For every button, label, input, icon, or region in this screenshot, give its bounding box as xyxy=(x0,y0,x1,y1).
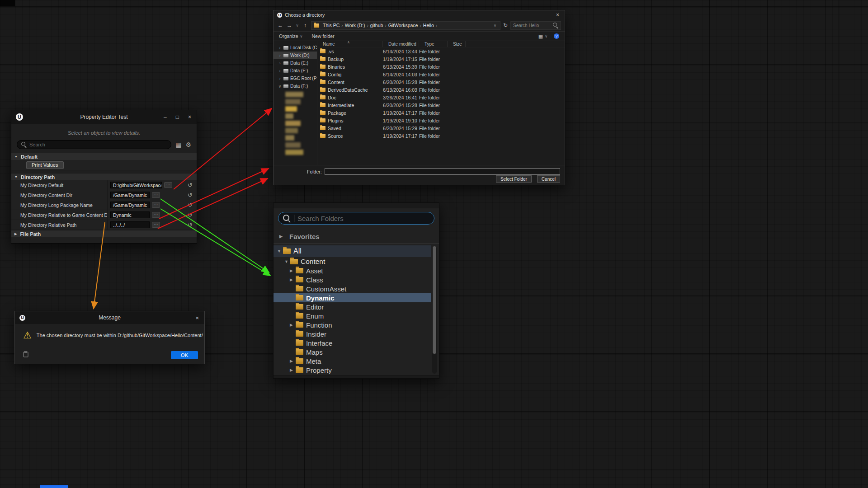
recent-locations-icon[interactable]: ∨ xyxy=(295,23,299,28)
tree-item-function[interactable]: ▶ Function xyxy=(274,320,431,329)
tree-item-maps[interactable]: Maps xyxy=(274,347,431,357)
reset-to-default-icon[interactable]: ↺ xyxy=(188,182,193,188)
collapse-arrow-icon[interactable]: ▼ xyxy=(284,259,290,264)
property-search-input[interactable] xyxy=(29,142,167,147)
breadcrumb[interactable]: This PC › Work (D:) › github › GitWorksp… xyxy=(311,21,500,30)
breadcrumb-item[interactable]: Hello xyxy=(422,23,435,28)
up-button[interactable]: ↑ xyxy=(302,22,308,28)
explorer-search-box[interactable] xyxy=(510,21,561,30)
search-bar[interactable] xyxy=(17,140,171,149)
file-row[interactable]: Source 1/19/2024 17:17 File folder xyxy=(317,132,565,140)
reset-to-default-icon[interactable]: ↺ xyxy=(188,202,193,208)
tree-item-dynamic[interactable]: Dynamic xyxy=(274,293,431,302)
help-button[interactable]: ? xyxy=(554,33,559,39)
collapse-arrow-icon[interactable]: ▼ xyxy=(277,249,283,253)
expand-arrow-icon[interactable]: ▶ xyxy=(290,368,296,372)
expand-arrow-icon[interactable]: ▶ xyxy=(290,323,296,327)
dialog-titlebar[interactable]: U Choose a directory × xyxy=(274,10,565,19)
tree-item-editor[interactable]: Editor xyxy=(274,302,431,311)
maximize-icon[interactable]: □ xyxy=(176,114,179,120)
file-row[interactable]: Binaries 6/13/2024 15:39 File folder xyxy=(317,63,565,70)
copy-message-button[interactable] xyxy=(23,351,28,359)
chevron-right-icon[interactable]: › xyxy=(278,69,282,73)
property-value-input[interactable]: D:/github/GitWorkspace xyxy=(110,182,162,188)
sidebar-item-work-d[interactable]: › Work (D:) xyxy=(274,52,317,59)
scrollbar[interactable] xyxy=(432,246,437,374)
new-folder-button[interactable]: New folder xyxy=(311,33,334,39)
breadcrumb-item[interactable]: This PC xyxy=(321,23,341,28)
redacted-folder[interactable] xyxy=(285,128,298,133)
file-row[interactable]: DerivedDataCache 6/13/2024 16:03 File fo… xyxy=(317,86,565,94)
display-filter-icon[interactable]: ▦ xyxy=(175,141,181,148)
forward-button[interactable]: → xyxy=(286,22,292,28)
browse-ellipsis-button[interactable]: ... xyxy=(152,192,160,198)
tree-item-asset[interactable]: ▶ Asset xyxy=(274,266,431,275)
close-icon[interactable]: × xyxy=(188,114,191,120)
file-row[interactable]: Package 1/19/2024 17:17 File folder xyxy=(317,109,565,117)
window-titlebar[interactable]: U Property Editor Test – □ × xyxy=(11,110,197,124)
settings-gear-icon[interactable]: ⚙ xyxy=(185,141,191,148)
dialog-titlebar[interactable]: U Message × xyxy=(15,311,204,324)
file-row[interactable]: Content 6/20/2024 15:28 File folder xyxy=(317,78,565,86)
folder-search-input[interactable] xyxy=(297,215,429,222)
chevron-right-icon[interactable]: › xyxy=(278,61,282,66)
expand-arrow-icon[interactable]: ▶ xyxy=(290,359,296,363)
expand-arrow-icon[interactable]: ▶ xyxy=(290,268,296,273)
redacted-folder[interactable] xyxy=(285,121,301,126)
redacted-folder[interactable] xyxy=(285,99,301,104)
chevron-down-icon[interactable]: ∨ xyxy=(278,84,282,89)
section-header-directory-path[interactable]: ▼ Directory Path xyxy=(11,173,197,180)
file-row[interactable]: Config 6/14/2024 14:03 File folder xyxy=(317,70,565,78)
favorites-section[interactable]: ▶ Favorites xyxy=(274,231,439,242)
tree-item-enum[interactable]: Enum xyxy=(274,311,431,320)
sidebar-item-data-f-expanded[interactable]: ∨ Data (F:) xyxy=(274,82,317,90)
browse-ellipsis-button[interactable]: ... xyxy=(152,202,160,208)
sidebar-item-egc-root-p[interactable]: › EGC Root (P:) xyxy=(274,75,317,82)
column-header-size[interactable]: Size xyxy=(448,41,466,47)
browse-ellipsis-button[interactable]: ... xyxy=(152,212,160,218)
tree-item-property[interactable]: ▶ Property xyxy=(274,366,431,375)
column-header-type[interactable]: Type xyxy=(419,41,448,47)
section-header-file-path[interactable]: ▶ File Path xyxy=(11,230,197,237)
folder-search-box[interactable] xyxy=(278,212,434,225)
file-row[interactable]: Backup 1/19/2024 17:15 File folder xyxy=(317,55,565,63)
refresh-icon[interactable]: ↻ xyxy=(503,22,508,28)
chevron-right-icon[interactable]: › xyxy=(278,76,282,81)
tree-item-content[interactable]: ▼ Content xyxy=(274,257,431,266)
select-folder-button[interactable]: Select Folder xyxy=(496,175,532,183)
tree-item-insider[interactable]: Insider xyxy=(274,329,431,338)
breadcrumb-dropdown-icon[interactable]: ∨ xyxy=(492,23,498,28)
tree-item-class[interactable]: ▶ Class xyxy=(274,275,431,284)
property-value-input[interactable]: Dynamic xyxy=(110,211,150,218)
redacted-folder[interactable] xyxy=(285,142,301,148)
close-icon[interactable]: × xyxy=(554,12,561,18)
redacted-folder[interactable] xyxy=(285,106,297,112)
chevron-right-icon[interactable]: › xyxy=(278,46,282,50)
column-header-date-modified[interactable]: Date modified xyxy=(383,41,419,47)
reset-to-default-icon[interactable]: ↺ xyxy=(188,212,193,218)
redacted-folder[interactable] xyxy=(285,113,293,119)
sidebar-item-data-e[interactable]: › Data (E:) xyxy=(274,59,317,67)
minimize-icon[interactable]: – xyxy=(164,114,167,120)
explorer-search-input[interactable] xyxy=(513,23,551,28)
ok-button[interactable]: OK xyxy=(171,351,198,359)
breadcrumb-item[interactable]: Work (D:) xyxy=(344,23,367,28)
collapse-arrow-icon[interactable]: ▼ xyxy=(14,155,18,158)
tree-item-customasset[interactable]: CustomAsset xyxy=(274,284,431,293)
folder-path-input[interactable] xyxy=(325,168,560,175)
back-button[interactable]: ← xyxy=(277,22,283,28)
sidebar-item-local-disk-c[interactable]: › Local Disk (C:) xyxy=(274,44,317,52)
redacted-folder[interactable] xyxy=(285,135,294,141)
scrollbar-thumb[interactable] xyxy=(433,246,436,354)
expand-arrow-icon[interactable]: ▶ xyxy=(14,232,17,236)
breadcrumb-item[interactable]: github xyxy=(369,23,385,28)
tree-item-interface[interactable]: Interface xyxy=(274,338,431,347)
expand-arrow-icon[interactable]: ▶ xyxy=(279,234,285,239)
property-value-input[interactable]: /Game/Dynamic xyxy=(110,192,150,198)
reset-to-default-icon[interactable]: ↺ xyxy=(188,222,193,228)
organize-menu[interactable]: Organize ∨ xyxy=(279,33,302,39)
collapse-arrow-icon[interactable]: ▼ xyxy=(14,175,18,178)
browse-ellipsis-button[interactable]: ... xyxy=(164,182,172,188)
file-row[interactable]: Saved 6/20/2024 15:29 File folder xyxy=(317,124,565,132)
tree-item-meta[interactable]: ▶ Meta xyxy=(274,357,431,366)
